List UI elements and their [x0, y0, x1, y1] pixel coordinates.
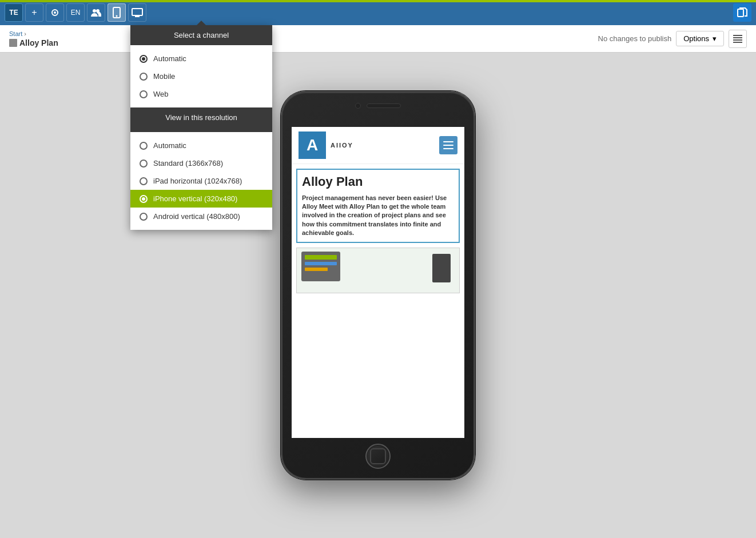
phone-home-inner	[370, 448, 386, 464]
main-toolbar: TE + EN	[0, 0, 756, 25]
channel-option-automatic[interactable]: Automatic	[130, 50, 272, 67]
channel-section-header: Select a channel	[130, 25, 272, 45]
alloy-text: AIIOY	[331, 142, 353, 149]
svg-rect-11	[733, 39, 742, 41]
content-text: Project management has never been easier…	[302, 194, 454, 238]
files-button[interactable]	[733, 3, 751, 22]
res-iphone-v-label: iPhone vertical (320x480)	[153, 194, 237, 203]
alloy-logo: A	[299, 131, 326, 159]
radio-res-standard	[140, 160, 148, 168]
phone-top	[355, 103, 401, 109]
radio-res-auto	[140, 142, 148, 150]
resolution-option-standard[interactable]: Standard (1366x768)	[130, 154, 272, 172]
svg-point-2	[93, 9, 96, 13]
res-auto-label: Automatic	[153, 141, 186, 150]
channel-option-web[interactable]: Web	[130, 85, 272, 103]
accent-bar	[0, 0, 756, 2]
content-image	[296, 248, 460, 293]
channel-web-label: Web	[153, 90, 169, 98]
resolution-option-android-v[interactable]: Android vertical (480x800)	[130, 208, 272, 225]
res-ipad-h-label: iPad horizontal (1024x768)	[153, 177, 242, 185]
logo: TE	[5, 3, 23, 22]
svg-rect-6	[132, 9, 142, 15]
radio-res-iphone-v	[140, 195, 148, 203]
channel-options-body: Automatic Mobile Web	[130, 45, 272, 107]
svg-rect-10	[733, 37, 742, 38]
phone-frame: A AIIOY Alloy Plan	[281, 91, 475, 480]
svg-point-5	[116, 15, 118, 17]
breadcrumb-start: Start ›	[9, 30, 58, 37]
breadcrumb: Start › Alloy Plan	[9, 30, 58, 47]
phone-speaker	[367, 103, 401, 108]
screen-menu-button[interactable]	[439, 136, 457, 154]
options-button[interactable]: Options ▾	[676, 31, 724, 46]
screen-button[interactable]	[128, 3, 146, 22]
start-link[interactable]: Start	[9, 30, 22, 37]
screen-content: Alloy Plan Project management has never …	[292, 164, 464, 298]
no-changes-label: No changes to publish	[598, 34, 672, 43]
page-title: Alloy Plan	[9, 38, 58, 47]
svg-rect-9	[733, 35, 742, 36]
phone-camera	[355, 103, 361, 109]
phone-mockup: A AIIOY Alloy Plan	[281, 91, 475, 480]
breadcrumb-bar: Start › Alloy Plan No changes to publish…	[0, 25, 756, 53]
svg-rect-8	[9, 39, 17, 47]
dropdown-arrow	[197, 21, 206, 25]
resolution-option-iphone-v[interactable]: iPhone vertical (320x480)	[130, 190, 272, 208]
channel-dropdown: Select a channel Automatic Mobile Web Vi…	[130, 25, 272, 230]
radio-mobile	[140, 73, 148, 81]
main-area: A AIIOY Alloy Plan	[0, 55, 756, 538]
resolution-option-ipad-h[interactable]: iPad horizontal (1024x768)	[130, 172, 272, 190]
users-button[interactable]	[87, 3, 105, 22]
chevron-down-icon: ▾	[713, 34, 717, 43]
res-standard-label: Standard (1366x768)	[153, 159, 223, 168]
language-button[interactable]: EN	[66, 3, 85, 22]
radio-res-ipad-h	[140, 177, 148, 185]
channel-automatic-label: Automatic	[153, 54, 186, 63]
svg-point-1	[54, 11, 56, 14]
device-button[interactable]	[108, 3, 126, 22]
channel-option-mobile[interactable]: Mobile	[130, 67, 272, 85]
res-android-v-label: Android vertical (480x800)	[153, 212, 240, 221]
view-button[interactable]	[46, 3, 64, 22]
content-title: Alloy Plan	[302, 174, 454, 189]
radio-automatic	[140, 55, 148, 63]
breadcrumb-actions: No changes to publish Options ▾	[598, 30, 747, 48]
svg-rect-7	[738, 9, 743, 17]
radio-res-android-v	[140, 213, 148, 221]
list-view-button[interactable]	[729, 30, 747, 48]
add-button[interactable]: +	[25, 3, 43, 22]
screen-header: A AIIOY	[292, 127, 464, 164]
svg-rect-12	[733, 42, 742, 43]
content-box: Alloy Plan Project management has never …	[296, 169, 460, 244]
channel-mobile-label: Mobile	[153, 72, 175, 81]
resolution-section-header: View in this resolution	[130, 107, 272, 127]
resolution-option-automatic[interactable]: Automatic	[130, 137, 272, 154]
resolution-options-body: Automatic Standard (1366x768) iPad horiz…	[130, 132, 272, 230]
phone-home-button[interactable]	[365, 444, 391, 469]
radio-web	[140, 90, 148, 98]
phone-screen: A AIIOY Alloy Plan	[292, 127, 464, 438]
resolution-arrow	[197, 127, 206, 132]
